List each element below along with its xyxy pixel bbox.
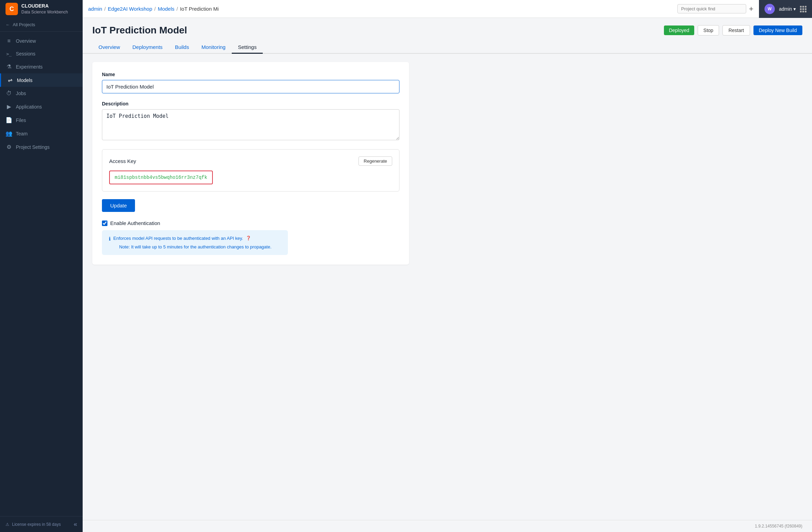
- avatar: W: [764, 4, 775, 14]
- tab-builds[interactable]: Builds: [169, 41, 195, 54]
- name-field-group: Name: [102, 72, 399, 93]
- team-icon: 👥: [6, 130, 12, 137]
- sidebar-item-sessions[interactable]: >_ Sessions: [0, 48, 83, 60]
- enable-auth-label: Enable Authentication: [110, 220, 160, 226]
- breadcrumb-project[interactable]: Edge2AI Workshop: [108, 6, 152, 12]
- access-key-section: Access Key Regenerate mi81spbstnbb4vs5bw…: [102, 149, 399, 192]
- regenerate-button[interactable]: Regenerate: [358, 156, 392, 166]
- stop-button[interactable]: Stop: [698, 25, 719, 35]
- settings-card: Name Description IoT Prediction Model Ac…: [92, 62, 409, 265]
- description-label: Description: [102, 101, 399, 106]
- sidebar-item-overview[interactable]: ≡ Overview: [0, 34, 83, 48]
- access-key-label: Access Key: [109, 158, 136, 164]
- add-button[interactable]: +: [749, 5, 753, 13]
- overview-icon: ≡: [6, 38, 12, 44]
- sidebar-item-models[interactable]: ⇌ Models: [0, 73, 83, 87]
- auth-info-box: ℹ Enforces model API requests to be auth…: [102, 230, 288, 255]
- access-key-header: Access Key Regenerate: [109, 156, 392, 166]
- info-icon: ℹ: [109, 236, 111, 242]
- name-label: Name: [102, 72, 399, 77]
- main-content: IoT Prediction Model Deployed Stop Resta…: [83, 18, 812, 532]
- collapse-sidebar-button[interactable]: «: [74, 521, 77, 528]
- sidebar-item-team[interactable]: 👥 Team: [0, 127, 83, 140]
- sidebar-item-experiments[interactable]: ⚗ Experiments: [0, 60, 83, 73]
- update-button[interactable]: Update: [102, 199, 135, 212]
- files-icon: 📄: [6, 117, 12, 123]
- tab-monitoring[interactable]: Monitoring: [195, 41, 232, 54]
- all-projects-link[interactable]: ← All Projects: [0, 18, 83, 32]
- description-field-group: Description IoT Prediction Model: [102, 101, 399, 142]
- breadcrumb-admin[interactable]: admin: [88, 6, 102, 12]
- tabs: Overview Deployments Builds Monitoring S…: [83, 36, 812, 54]
- sidebar-item-files[interactable]: 📄 Files: [0, 113, 83, 127]
- sidebar: ← All Projects ≡ Overview >_ Sessions ⚗ …: [0, 18, 83, 532]
- models-icon: ⇌: [7, 77, 13, 83]
- deploy-new-build-button[interactable]: Deploy New Build: [753, 25, 803, 35]
- tab-settings[interactable]: Settings: [232, 41, 263, 54]
- back-arrow-icon: ←: [6, 22, 10, 27]
- sidebar-item-jobs[interactable]: ⏱ Jobs: [0, 87, 83, 100]
- access-key-value: mi81spbstnbb4vs5bwqho16rr3nz7qfk: [109, 171, 213, 184]
- auth-checkbox-row: Enable Authentication: [102, 220, 399, 226]
- auth-info-line-2: Note: It will take up to 5 minutes for t…: [109, 244, 281, 249]
- page-title: IoT Prediction Model: [92, 25, 187, 36]
- help-icon[interactable]: ❓: [246, 236, 251, 241]
- main-footer: 1.9.2.14556745 (f260849): [83, 520, 812, 532]
- name-input[interactable]: [102, 80, 399, 93]
- sidebar-nav: ≡ Overview >_ Sessions ⚗ Experiments ⇌ M…: [0, 32, 83, 516]
- apps-grid-icon[interactable]: [800, 6, 806, 12]
- auth-info-line-1: ℹ Enforces model API requests to be auth…: [109, 236, 281, 242]
- brand-name: CLOUDERA Data Science Workbench: [21, 3, 68, 15]
- status-badge: Deployed: [664, 25, 694, 35]
- breadcrumb-models[interactable]: Models: [158, 6, 174, 12]
- jobs-icon: ⏱: [6, 90, 12, 96]
- settings-icon: ⚙: [6, 144, 12, 150]
- description-input[interactable]: IoT Prediction Model: [102, 109, 399, 140]
- tab-deployments[interactable]: Deployments: [126, 41, 169, 54]
- sidebar-item-project-settings[interactable]: ⚙ Project Settings: [0, 140, 83, 154]
- admin-menu[interactable]: admin ▾: [779, 6, 796, 12]
- page-header: IoT Prediction Model Deployed Stop Resta…: [83, 18, 812, 36]
- breadcrumb: admin / Edge2AI Workshop / Models / IoT …: [88, 6, 675, 12]
- cloudera-logo-icon: C: [6, 3, 18, 15]
- settings-content: Name Description IoT Prediction Model Ac…: [83, 54, 812, 520]
- sessions-icon: >_: [6, 51, 12, 57]
- version-text: 1.9.2.14556745 (f260849): [755, 524, 802, 529]
- project-search-input[interactable]: [677, 4, 746, 13]
- header-actions: Deployed Stop Restart Deploy New Build: [664, 25, 802, 35]
- license-warning-text: License expires in 58 days: [12, 522, 61, 527]
- tab-overview[interactable]: Overview: [92, 41, 126, 54]
- breadcrumb-current: IoT Prediction Mi: [180, 6, 219, 12]
- restart-button[interactable]: Restart: [722, 25, 750, 35]
- applications-icon: ▶: [6, 103, 12, 110]
- sidebar-item-applications[interactable]: ▶ Applications: [0, 100, 83, 113]
- auth-section: Enable Authentication ℹ Enforces model A…: [102, 220, 399, 255]
- experiments-icon: ⚗: [6, 63, 12, 70]
- sidebar-footer: ⚠ License expires in 58 days «: [0, 516, 83, 532]
- warning-icon: ⚠: [6, 522, 9, 527]
- enable-auth-checkbox[interactable]: [102, 221, 107, 226]
